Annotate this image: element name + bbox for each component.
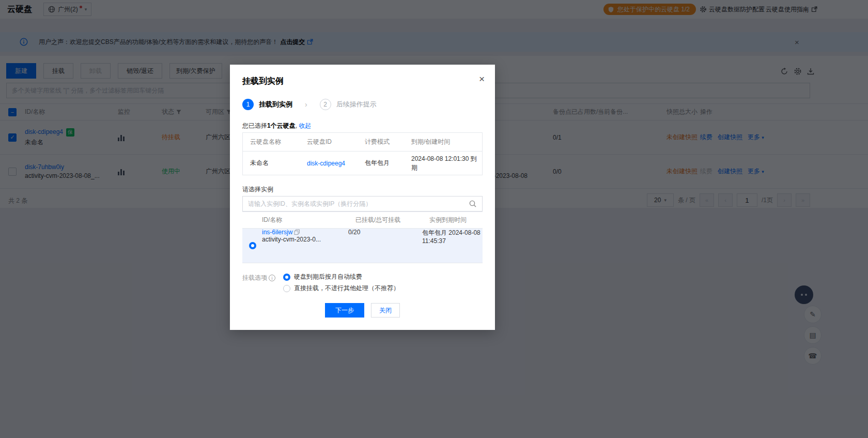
copy-icon[interactable] — [294, 229, 300, 235]
selected-disk-table: 云硬盘名称 云硬盘ID 计费模式 到期/创建时间 未命名 disk-cdipee… — [242, 132, 483, 175]
radio-unselected[interactable] — [283, 285, 290, 292]
selected-summary: 您已选择1个云硬盘, 收起 — [242, 122, 311, 130]
option-direct-attach-label: 直接挂载，不进行其他处理（不推荐） — [294, 284, 399, 293]
instance-billing: 包年包月 — [422, 229, 447, 236]
col-disk-id: 云硬盘ID — [300, 133, 358, 151]
expire-time: 2024-08-08 12:01:30 到期 — [404, 152, 482, 175]
instance-table: ID/名称 已挂载/总可挂载 实例到期时间 ins-6ilersjw activ… — [242, 212, 483, 263]
disk-id-link[interactable]: disk-cdipeeg4 — [307, 160, 345, 167]
col-instance-expire: 实例到期时间 — [422, 212, 483, 228]
step-1-circle: 1 — [242, 99, 254, 110]
billing-mode: 包年包月 — [358, 152, 404, 175]
collapse-link[interactable]: 收起 — [299, 122, 311, 129]
search-icon[interactable] — [469, 200, 477, 208]
instance-search-input[interactable] — [242, 196, 483, 212]
step-2-circle: 2 — [320, 99, 331, 110]
col-expire-time: 到期/创建时间 — [404, 133, 482, 151]
close-icon[interactable]: × — [479, 74, 485, 84]
step-indicator: 1 挂载到实例 › 2 后续操作提示 — [242, 99, 377, 110]
col-billing-mode: 计费模式 — [358, 133, 404, 151]
instance-radio[interactable] — [249, 242, 256, 249]
instance-id-link[interactable]: ins-6ilersjw — [262, 229, 292, 236]
option-direct-attach[interactable]: 直接挂载，不进行其他处理（不推荐） — [283, 284, 399, 293]
col-disk-name: 云硬盘名称 — [243, 133, 300, 151]
option-auto-renew[interactable]: 硬盘到期后按月自动续费 — [283, 273, 362, 281]
instance-row[interactable]: ins-6ilersjw activity-cvm-2023-0... 0/20… — [242, 229, 483, 263]
dialog-title: 挂载到实例 — [242, 76, 284, 87]
col-attached-count: 已挂载/总可挂载 — [348, 212, 422, 228]
col-instance-id-name: ID/名称 — [242, 212, 348, 228]
next-step-button[interactable]: 下一步 — [325, 303, 364, 318]
option-auto-renew-label: 硬盘到期后按月自动续费 — [294, 273, 362, 281]
instance-name: activity-cvm-2023-0... — [262, 236, 321, 243]
chevron-right-icon: › — [300, 100, 313, 109]
radio-selected[interactable] — [283, 274, 290, 281]
close-button[interactable]: 关闭 — [371, 303, 400, 318]
attach-to-instance-dialog: 挂载到实例 × 1 挂载到实例 › 2 后续操作提示 您已选择1个云硬盘, 收起… — [230, 65, 495, 330]
step-1-label: 挂载到实例 — [259, 100, 292, 109]
attached-count: 0/20 — [348, 229, 422, 263]
disk-name: 未命名 — [243, 152, 300, 175]
step-2-label: 后续操作提示 — [336, 100, 377, 109]
attach-options-label: 挂载选项i — [242, 274, 275, 282]
info-icon[interactable]: i — [269, 275, 275, 281]
table-row: 未命名 disk-cdipeeg4 包年包月 2024-08-08 12:01:… — [243, 152, 482, 175]
select-instance-label: 请选择实例 — [242, 185, 273, 194]
